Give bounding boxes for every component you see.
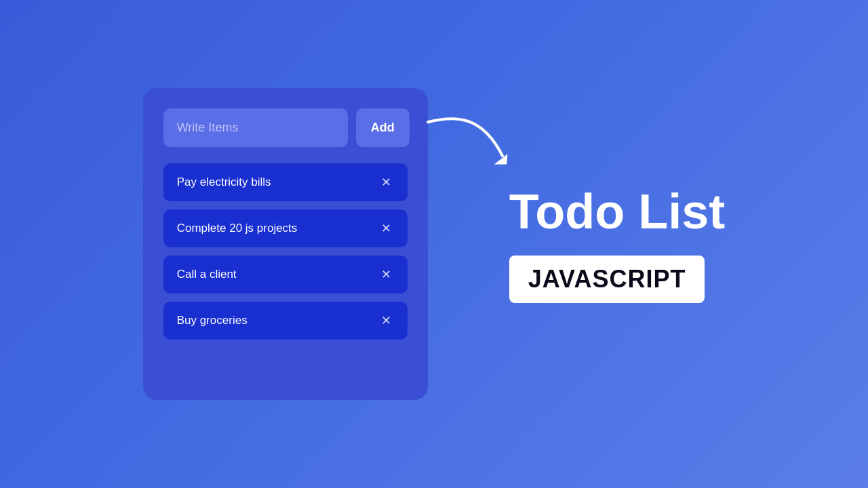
todo-item-text: Buy groceries [177,314,378,327]
todo-input[interactable] [163,108,348,147]
page-title: Todo List [509,185,726,239]
todo-item-text: Complete 20 js projects [177,222,378,235]
delete-button[interactable]: ✕ [378,176,394,188]
javascript-badge: JAVASCRIPT [509,256,705,303]
delete-button[interactable]: ✕ [378,314,394,327]
javascript-label: JAVASCRIPT [528,265,686,293]
main-container: Add Pay electricity bills ✕ Complete 20 … [0,0,868,488]
todo-item: Call a client ✕ [163,256,408,293]
todo-item: Complete 20 js projects ✕ [163,209,408,247]
delete-button[interactable]: ✕ [378,222,394,235]
arrow-decoration [421,108,509,176]
todo-card: Add Pay electricity bills ✕ Complete 20 … [143,88,428,400]
input-row: Add [163,108,408,147]
todo-item: Buy groceries ✕ [163,302,408,340]
todo-item-text: Call a client [177,268,378,281]
todo-item: Pay electricity bills ✕ [163,163,408,201]
right-panel: Todo List JAVASCRIPT [455,185,726,302]
todo-list: Pay electricity bills ✕ Complete 20 js p… [163,163,408,340]
svg-marker-0 [494,151,509,167]
todo-item-text: Pay electricity bills [177,176,378,189]
add-button[interactable]: Add [356,108,410,147]
delete-button[interactable]: ✕ [378,268,394,281]
